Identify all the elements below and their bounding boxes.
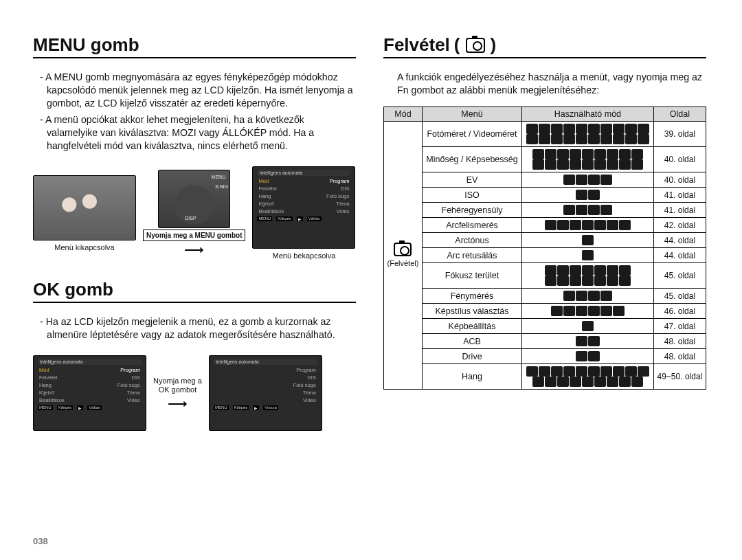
th-mode: Mód [384, 107, 423, 122]
mode-chip-icon [557, 265, 569, 276]
table-row: Arcfelismerés42. oldal [384, 218, 706, 233]
mode-chip-icon [563, 366, 575, 377]
available-modes [522, 304, 654, 319]
mode-chip-icon [594, 220, 606, 230]
mode-chip-icon [600, 175, 612, 185]
mode-chip-icon [600, 205, 612, 215]
mode-chip-icon [582, 321, 594, 331]
mode-chip-icon [582, 149, 594, 159]
mode-chip-icon [638, 124, 649, 134]
page-ref: 45. oldal [653, 263, 706, 289]
mode-chip-icon [557, 159, 569, 170]
mode-chip-icon [588, 190, 600, 200]
th-avail: Használható mód [522, 107, 654, 122]
mode-chip-icon [631, 149, 643, 159]
page-ref: 44. oldal [653, 248, 706, 263]
menu-label: Arctónus [422, 233, 521, 248]
mode-chip-icon [631, 159, 643, 170]
mode-chip-icon [539, 366, 550, 377]
menu-label: Arcfelismerés [422, 218, 521, 233]
table-row: Arc retusálás44. oldal [384, 248, 706, 263]
mode-chip-icon [557, 220, 569, 230]
right-column: Felvétel ( ) A funkciók engedélyezéséhez… [383, 34, 706, 560]
table-row: Fénymérés45. oldal [384, 289, 706, 304]
page-ref: 48. oldal [653, 349, 706, 364]
mode-chip-icon [607, 265, 618, 276]
mode-label: (Felvétel) [387, 258, 419, 269]
mode-chip-icon [551, 134, 563, 144]
arrow-icon: ⟶ [168, 396, 188, 410]
available-modes [522, 188, 654, 203]
available-modes [522, 248, 654, 263]
mode-chip-icon [582, 235, 594, 245]
available-modes [522, 349, 654, 364]
page-ref: 44. oldal [653, 233, 706, 248]
menu-label: ISO [422, 188, 521, 203]
mode-chip-icon [545, 276, 556, 286]
mode-chip-icon [600, 306, 612, 316]
screenshot-menu-off [33, 175, 136, 240]
page-ref: 48. oldal [653, 334, 706, 349]
menu-label: Fotóméret / Videoméret [422, 122, 521, 147]
available-modes [522, 147, 654, 172]
menu-label: EV [422, 172, 521, 188]
mode-chip-icon [588, 205, 600, 215]
page-ref: 42. oldal [653, 218, 706, 233]
menu-label: Drive [422, 349, 521, 364]
mode-chip-icon [551, 306, 563, 316]
table-row: Drive48. oldal [384, 349, 706, 364]
page-ref: 40. oldal [653, 147, 706, 172]
mode-chip-icon [625, 366, 637, 377]
available-modes [522, 122, 654, 147]
mode-chip-icon [607, 377, 618, 387]
mode-chip-icon [582, 377, 594, 387]
mode-chip-icon [582, 220, 594, 230]
mode-chip-icon [638, 366, 649, 377]
mode-chip-icon [594, 265, 606, 276]
mode-chip-icon [619, 265, 631, 276]
mode-chip-icon [526, 134, 538, 144]
available-modes [522, 334, 654, 349]
caption-menu-off: Menü kikapcsolva [54, 243, 114, 251]
mode-chip-icon [551, 366, 563, 377]
mode-chip-icon [557, 276, 569, 286]
mode-chip-icon [631, 377, 643, 387]
mode-chip-icon [619, 149, 631, 159]
mode-chip-icon [619, 377, 631, 387]
mode-chip-icon [594, 149, 606, 159]
mode-chip-icon [576, 190, 587, 200]
mode-chip-icon [607, 149, 618, 159]
mode-chip-icon [545, 149, 556, 159]
mode-chip-icon [600, 124, 612, 134]
mode-chip-icon [576, 124, 587, 134]
page-ref: 39. oldal [653, 122, 706, 147]
available-modes [522, 364, 654, 390]
table-row: EV40. oldal [384, 172, 706, 188]
mode-chip-icon [600, 366, 612, 377]
menu-label: Fókusz terület [422, 263, 521, 289]
mode-chip-icon [576, 134, 587, 144]
mode-chip-icon [545, 265, 556, 276]
mode-chip-icon [576, 291, 587, 301]
available-modes [522, 289, 654, 304]
mode-chip-icon [576, 366, 587, 377]
mode-chip-icon [563, 306, 575, 316]
mode-chip-icon [607, 220, 618, 230]
mode-chip-icon [594, 276, 606, 286]
mode-chip-icon [582, 276, 594, 286]
caption-menu-on: Menü bekapcsolva [273, 251, 336, 260]
mode-chip-icon [539, 134, 550, 144]
caption-press-ok-l1: Nyomja meg a [153, 377, 202, 385]
mode-chip-icon [588, 291, 600, 301]
mode-chip-icon [638, 134, 649, 144]
menu-paragraph-1: - A MENU gomb megnyomására az egyes fény… [33, 71, 356, 111]
th-menu: Menü [422, 107, 521, 122]
menu-heading: MENU gomb [33, 34, 356, 58]
menu-label: Hang [422, 364, 521, 390]
mode-chip-icon [563, 134, 575, 144]
menu-label: Minőség / Képsebesség [422, 147, 521, 172]
recording-intro: A funkciók engedélyezéséhez használja a … [383, 71, 706, 97]
features-table: Mód Menü Használható mód Oldal (Felvétel… [383, 107, 706, 390]
available-modes [522, 218, 654, 233]
mode-chip-icon [545, 159, 556, 170]
